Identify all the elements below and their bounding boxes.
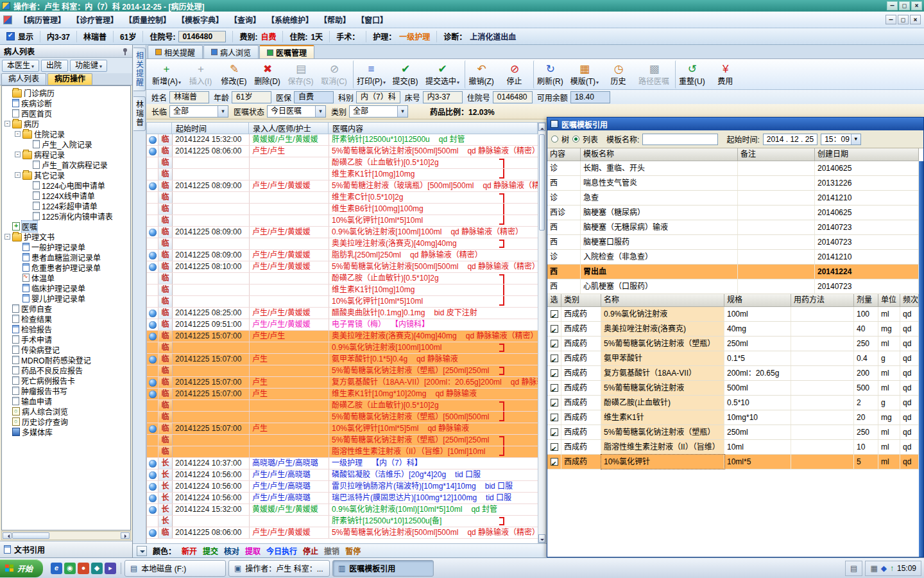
template-row[interactable]: 诊 急查 20141210 [547,191,919,206]
orders-header-entered-by[interactable]: 录入人/医师/护士 [249,122,329,134]
close-button[interactable]: × [911,1,922,10]
tree-expand-toggle[interactable]: - [15,172,21,178]
filter-combobox[interactable]: 全部 [349,105,408,118]
tree-expand-toggle[interactable]: - [4,234,10,240]
menu-item[interactable]: 【诊疗管理】 [69,14,121,25]
order-row[interactable]: 临 5%葡萄糖氯化钠注射液（塑瓶）[500ml]500ml [147,412,538,423]
order-row[interactable]: 临 20141225 08:09:00 卢生/卢生/黄媛媛 脂肪乳[250ml]… [147,250,538,261]
template-med-row[interactable]: 西成药 维生素K1针 10mg*10 20 mg qd [547,410,919,425]
tree-item[interactable]: 肿瘤报告书写 [2,385,130,396]
order-row[interactable]: 临 20141225 15:07:00 卢生 维生素K1针[10mg*10]20… [147,389,538,400]
list-view-label[interactable]: 列表 [583,134,598,144]
template-row[interactable]: 西 胃出血 20141224 [547,265,919,279]
sidebar-tab[interactable]: 病人列表 [1,73,46,85]
orders-header-start-time[interactable]: 起始时间 [172,122,249,134]
template-med-row[interactable]: 西成药 10%氯化钾针 10ml*5 5 ml qd [547,455,919,469]
order-row[interactable]: 长 20141224 10:56:00 卢生/卢生/高晓璐 雷贝拉唑钠肠溶片(瑞… [147,481,538,493]
tree-item[interactable]: 卢生_首次病程记录 [2,159,130,170]
filter-combobox[interactable]: 全部 [169,105,228,118]
med-select-checkbox[interactable] [551,340,558,347]
tree-item[interactable]: 卢生_入院记录 [2,139,130,149]
tree-expand-toggle[interactable]: - [4,121,10,127]
order-row[interactable]: 临 维生素C针[0.5*10]2g [147,192,538,204]
med-select-checkbox[interactable] [551,310,558,318]
order-row[interactable]: 临 维生素K1针[10mg]10mg [147,285,538,296]
toolbar-button[interactable]: + 新增(A)▾ [149,60,184,89]
order-row[interactable]: 临 20141225 08:09:00 卢生/卢生/黄媛媛 0.9%氯化钠注射液… [147,227,538,238]
meds-header-select[interactable]: 选 [547,294,561,307]
template-med-row[interactable]: 西成药 0.9%氯化钠注射液 100ml 100 ml qd [547,307,919,322]
tree-item[interactable]: 一般护理记录单 [2,241,130,252]
template-row[interactable]: 诊 长期、重临、开头 20140625 [547,161,919,176]
tree-item[interactable]: 医师自查 [2,303,130,313]
menu-item[interactable]: 【质量控制】 [121,14,174,25]
tree-item[interactable]: 检验报告 [2,324,130,334]
toolbar-button[interactable]: + 插入(I) [184,60,218,89]
orders-vertical-scrollbar[interactable] [538,122,546,543]
order-row[interactable]: 临 20141225 15:07:00 卢生 10%氯化钾针[10ml*5]5m… [147,423,538,435]
sidebar-toolbar-button[interactable]: 本医生▾ [2,60,39,72]
tree-item[interactable]: 死亡病例报告卡 [2,375,130,385]
template-row[interactable]: 西 喘息性支气管炎 20131226 [547,176,919,191]
toolbar-button[interactable]: ▩ 路径医嘱 [635,60,673,89]
order-row[interactable]: 临 20141225 09:51:00 卢生/卢生/黄媛媛 电子胃镜（梅）【内镜… [147,319,538,331]
toolbar-button[interactable]: ◷ 历史 [602,60,635,89]
toolbar-button[interactable]: ⊘ 取消(C) [318,60,351,89]
toolbar-button[interactable]: ▤ 保存(S) [284,60,318,89]
toolbar-button[interactable]: ▦ 模版(T)▾ [567,60,602,89]
meds-header-spec[interactable]: 规格 [724,294,791,307]
related-reminder-vertical-tab[interactable]: 相关提醒 [133,48,146,91]
med-select-checkbox[interactable] [551,399,558,407]
tree-expand-toggle[interactable]: - [15,131,21,137]
meds-header-name[interactable]: 名称 [601,294,724,307]
order-row[interactable]: 临 奥美拉唑注射液(洛赛克)[40mg]40mg [147,238,538,250]
order-row[interactable]: 临 20141225 15:07:00 卢生 氨甲苯酸针[0.1*5]0.4gq… [147,354,538,365]
tree-item[interactable]: 传染病登记 [2,344,130,355]
show-label[interactable]: 显示 [18,31,33,42]
toolbar-button[interactable]: ≡ 打印(P)▾ [353,60,389,89]
template-name-input[interactable] [642,134,718,145]
order-row[interactable]: 长 20141224 10:37:00 高晓璐/卢生/高晓璐 一级护理【内（7）… [147,458,538,469]
scroll-down-arrow-icon[interactable] [538,534,545,543]
collapse-legend-icon[interactable] [137,546,147,556]
order-row[interactable]: 临 0.9%氯化钠注射液[100ml]100ml [147,342,538,354]
order-row[interactable]: 临 10%氯化钾针[10ml*5]10ml [147,296,538,308]
tray-icon[interactable]: ◆ [881,564,887,573]
tree-item[interactable]: 西医首页 [2,108,130,118]
toolbar-button[interactable]: ↶ 撤销(Z) [465,60,498,89]
scroll-right-arrow-icon[interactable] [121,532,130,539]
template-med-row[interactable]: 西成药 5%葡萄糖氯化钠注射液（塑瓶） 250ml 250 ml qd [547,337,919,351]
toolbar-button[interactable]: ¥ 费用 [709,60,742,89]
order-row[interactable]: 临 20141225 08:06:00 卢生/卢生/黄媛媛 5%葡萄糖氯化钠注射… [147,527,538,539]
tree-item[interactable]: - 其它记录 [2,170,130,180]
template-header-date[interactable]: 创建日期 [815,148,919,161]
menu-item[interactable]: 【模板字典】 [174,14,227,25]
quick-launch-icon[interactable]: ● [78,563,89,574]
order-row[interactable]: 临 5%葡萄糖氯化钠注射液（塑瓶）[250ml]250ml [147,435,538,446]
meds-header-dose[interactable]: 剂量 [854,294,878,307]
pin-icon[interactable] [122,48,128,55]
order-row[interactable]: 临 维生素B6针[100mg]100mg [147,204,538,215]
tree-horizontal-scrollbar[interactable] [1,531,131,540]
tree-item[interactable]: 多媒体库 [2,426,130,437]
template-med-row[interactable]: 西成药 复方氨基酸针（18AA-VII） 200ml：20.65g 200 ml… [547,366,919,381]
meds-header-frequency[interactable]: 频次 [900,294,919,307]
order-row[interactable]: 临 20141225 08:10:00 卢生/卢生/黄媛媛 5%葡萄糖氯化钠注射… [147,261,538,273]
template-row[interactable]: 西 脑梗塞（无糖尿病）输液 20140723 [547,220,919,235]
tree-item[interactable]: 1224X线申请单 [2,190,130,200]
list-view-radio[interactable] [572,136,579,143]
tray-icon[interactable]: ▦ [870,564,877,573]
med-select-checkbox[interactable] [551,458,558,466]
tree-item[interactable]: 婴儿护理记录单 [2,293,130,303]
printer-icon[interactable]: ▤ [850,564,857,573]
med-select-checkbox[interactable] [551,384,558,392]
quick-launch-icon[interactable]: e [51,563,62,574]
template-header-type[interactable]: 内容 [547,148,581,161]
mdi-minimize-button[interactable]: — [886,15,896,24]
template-med-row[interactable]: 西成药 氨甲苯酸针 0.1*5 0.4 g qd [547,351,919,366]
order-row[interactable]: 临 20141224 15:32:00 黄媛媛/卢生/黄媛媛 肝素钠针[1250… [147,134,538,146]
order-row[interactable]: 临 20141225 08:09:00 卢生/卢生/黄媛媛 5%葡萄糖注射液（玻… [147,180,538,192]
order-row[interactable]: 临 20141225 15:07:00 卢生/卢生 奥美拉唑注射液(洛赛克)[4… [147,331,538,342]
quick-launch-icon[interactable]: ▸ [105,563,116,574]
mdi-restore-button[interactable]: □ [898,15,909,24]
